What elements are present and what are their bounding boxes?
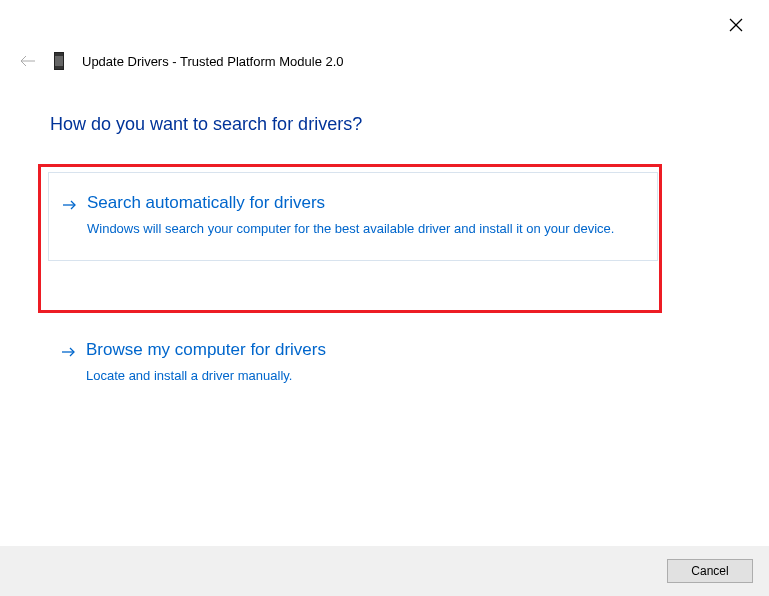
- option-description: Locate and install a driver manually.: [86, 366, 644, 386]
- dialog-footer: Cancel: [0, 546, 769, 596]
- option-title: Browse my computer for drivers: [86, 338, 644, 362]
- back-button[interactable]: [20, 55, 36, 67]
- option-description: Windows will search your computer for th…: [87, 219, 643, 239]
- dialog-header: Update Drivers - Trusted Platform Module…: [20, 52, 344, 70]
- arrow-right-icon: [62, 344, 76, 362]
- device-chip-icon: [54, 52, 64, 70]
- option-title: Search automatically for drivers: [87, 191, 643, 215]
- close-button[interactable]: [727, 16, 745, 34]
- arrow-right-icon: [63, 197, 77, 215]
- cancel-button-label: Cancel: [691, 564, 728, 578]
- dialog-title: Update Drivers - Trusted Platform Module…: [82, 54, 344, 69]
- back-arrow-icon: [20, 55, 36, 67]
- main-question: How do you want to search for drivers?: [50, 114, 362, 135]
- close-icon: [729, 18, 743, 32]
- option-browse-computer[interactable]: Browse my computer for drivers Locate an…: [48, 320, 658, 407]
- option-search-automatically[interactable]: Search automatically for drivers Windows…: [48, 172, 658, 261]
- cancel-button[interactable]: Cancel: [667, 559, 753, 583]
